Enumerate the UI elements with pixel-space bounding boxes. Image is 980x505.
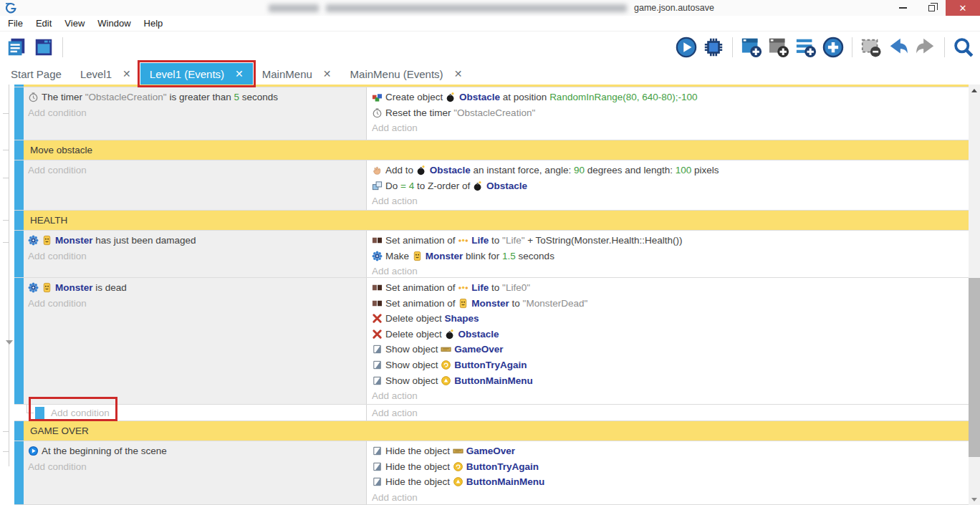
add-action-link[interactable]: Add action bbox=[372, 193, 969, 209]
comment-label[interactable]: HEALTH bbox=[24, 211, 969, 230]
event-selection-bar[interactable] bbox=[14, 278, 24, 404]
object-name: ButtonMainMenu bbox=[454, 375, 532, 386]
text-fragment: Set animation of bbox=[385, 282, 458, 293]
tab-close-icon[interactable]: ✕ bbox=[123, 68, 131, 80]
menu-file[interactable]: File bbox=[1, 16, 29, 31]
search-button[interactable] bbox=[951, 35, 976, 59]
action-line[interactable]: Set animation of Life to "Life" + ToStri… bbox=[372, 233, 969, 249]
comment-label[interactable]: Move obstacle bbox=[24, 140, 969, 160]
action-line[interactable]: Do = 4 to Z-order of Obstacle bbox=[372, 178, 969, 194]
add-event-button[interactable] bbox=[739, 35, 764, 59]
tab-close-icon[interactable]: ✕ bbox=[323, 68, 332, 80]
redo-button[interactable] bbox=[913, 35, 938, 59]
action-line[interactable]: Make Monster blink for 1.5 seconds bbox=[372, 249, 969, 264]
comment-label[interactable]: GAME OVER bbox=[24, 421, 969, 441]
tab-label: Level1 (Events) bbox=[150, 68, 224, 80]
undo-button[interactable] bbox=[886, 35, 911, 59]
action-line[interactable]: Show object GameOver bbox=[372, 342, 969, 357]
tab-level1-events-[interactable]: Level1 (Events)✕ bbox=[140, 63, 253, 85]
condition-line[interactable]: Monster has just been damaged bbox=[28, 233, 366, 249]
string-parameter: "ObstacleCreation" bbox=[85, 92, 167, 102]
animation-icon bbox=[372, 282, 383, 293]
condition-line[interactable]: The timer "ObstacleCreation" is greater … bbox=[28, 90, 366, 105]
action-line[interactable]: Hide the object ButtonMainMenu bbox=[372, 474, 969, 490]
object-name: Monster bbox=[426, 251, 463, 261]
add-comment-button[interactable] bbox=[794, 35, 818, 59]
menu-view[interactable]: View bbox=[58, 16, 91, 31]
gameover-icon bbox=[453, 446, 463, 456]
add-action-link[interactable]: Add action bbox=[372, 490, 969, 505]
minimize-button[interactable] bbox=[888, 0, 917, 16]
event-selection-bar[interactable] bbox=[14, 140, 24, 160]
scrollbar-thumb[interactable] bbox=[969, 278, 980, 457]
action-line[interactable]: Hide the object GameOver bbox=[372, 443, 969, 459]
add-action-link[interactable]: Add action bbox=[372, 264, 969, 279]
event-selection-bar[interactable] bbox=[14, 441, 24, 504]
event-selection-bar[interactable] bbox=[14, 231, 24, 277]
restore-button[interactable] bbox=[917, 0, 946, 16]
scene-editor-button[interactable] bbox=[32, 35, 56, 59]
add-condition-link[interactable]: Add condition bbox=[51, 408, 110, 418]
title-redacted-segment bbox=[326, 4, 627, 12]
add-subevent-button[interactable] bbox=[767, 35, 791, 59]
action-line[interactable]: Set animation of Monster to "MonsterDead… bbox=[372, 296, 969, 312]
menu-edit[interactable]: Edit bbox=[29, 16, 58, 31]
vertical-scrollbar[interactable] bbox=[969, 85, 980, 505]
text-fragment: to bbox=[489, 282, 502, 293]
event-selection-bar[interactable] bbox=[14, 85, 24, 87]
expand-collapse-arrow-icon[interactable] bbox=[6, 340, 13, 345]
conditions-panel: Add condition bbox=[24, 160, 366, 210]
action-line[interactable]: Hide the object ButtonTryAgain bbox=[372, 459, 969, 475]
tab-level1[interactable]: Level1✕ bbox=[71, 63, 140, 85]
tab-close-icon[interactable]: ✕ bbox=[454, 68, 463, 80]
scroll-up-button[interactable] bbox=[969, 85, 980, 96]
bomb-icon bbox=[445, 329, 456, 340]
action-line[interactable]: Create object Obstacle at position Rando… bbox=[372, 90, 969, 105]
action-line[interactable]: Add to Obstacle an instant force, angle:… bbox=[372, 163, 969, 178]
add-action-link[interactable]: Add action bbox=[372, 388, 969, 404]
project-manager-button[interactable] bbox=[4, 35, 29, 59]
event-selection-bar[interactable] bbox=[14, 87, 24, 140]
event-selection-bar[interactable] bbox=[14, 160, 24, 210]
menu-help[interactable]: Help bbox=[138, 16, 170, 31]
text-fragment: is greater than bbox=[167, 92, 234, 102]
action-line[interactable]: Delete object Shapes bbox=[372, 311, 969, 327]
scroll-down-button[interactable] bbox=[969, 494, 980, 505]
comment-label[interactable] bbox=[24, 85, 969, 87]
menu-window[interactable]: Window bbox=[91, 16, 137, 31]
condition-line[interactable]: Monster is dead bbox=[28, 280, 366, 296]
condition-line[interactable]: At the beginning of the scene bbox=[28, 443, 366, 459]
add-condition-link[interactable]: Add condition bbox=[28, 296, 366, 312]
add-action-link[interactable]: Add action bbox=[372, 120, 969, 136]
actions-panel: Set animation of Life to "Life" + ToStri… bbox=[366, 231, 969, 277]
add-action-link[interactable]: Add action bbox=[372, 408, 418, 418]
close-button[interactable]: ✕ bbox=[946, 0, 980, 16]
tab-mainmenu[interactable]: MainMenu✕ bbox=[253, 63, 341, 85]
event-selection-bar[interactable] bbox=[35, 407, 44, 419]
action-line[interactable]: Set animation of Life to "Life0" bbox=[372, 280, 969, 296]
add-condition-link[interactable]: Add condition bbox=[28, 459, 366, 475]
object-name: Shapes bbox=[445, 313, 479, 324]
tab-start-page[interactable]: Start Page bbox=[1, 63, 71, 85]
tree-gutter bbox=[0, 85, 14, 505]
event-selection-bar[interactable] bbox=[14, 211, 24, 230]
add-circle-button[interactable] bbox=[821, 35, 845, 59]
text-fragment: pixels bbox=[691, 165, 719, 175]
action-line[interactable]: Delete object Obstacle bbox=[372, 327, 969, 342]
debug-button[interactable] bbox=[701, 35, 726, 59]
action-line[interactable]: Show object ButtonMainMenu bbox=[372, 373, 969, 389]
action-line[interactable]: Show object ButtonTryAgain bbox=[372, 357, 969, 373]
tab-close-icon[interactable]: ✕ bbox=[235, 68, 244, 80]
remove-event-button[interactable] bbox=[859, 35, 883, 59]
add-condition-link[interactable]: Add condition bbox=[28, 163, 366, 178]
add-condition-link[interactable]: Add condition bbox=[28, 249, 366, 264]
add-condition-link[interactable]: Add condition bbox=[28, 105, 366, 121]
tab-mainmenu-events-[interactable]: MainMenu (Events)✕ bbox=[341, 63, 472, 85]
minimize-icon bbox=[899, 7, 907, 9]
play-button[interactable] bbox=[674, 35, 698, 59]
tab-label: MainMenu bbox=[262, 68, 312, 80]
action-line[interactable]: Reset the timer "ObstacleCreation" bbox=[372, 105, 969, 121]
text-fragment: Reset the timer bbox=[385, 107, 453, 118]
event-selection-bar[interactable] bbox=[14, 421, 24, 441]
tab-label: Level1 bbox=[80, 68, 112, 80]
